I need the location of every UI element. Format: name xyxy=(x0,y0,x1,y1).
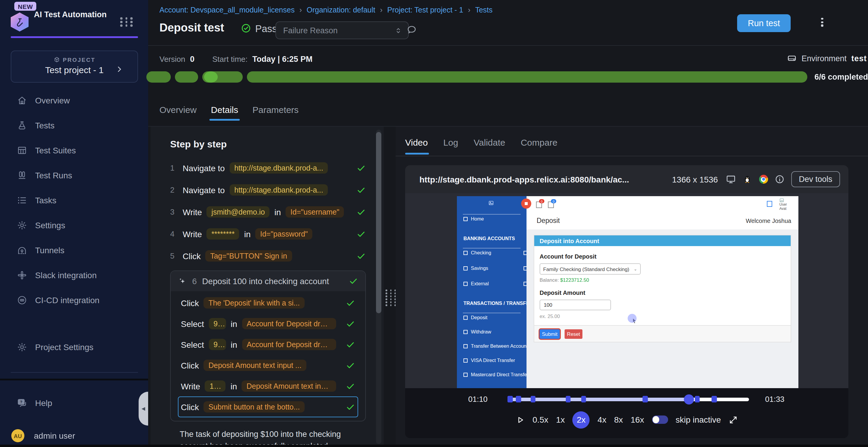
sidebar-item-test-suites[interactable]: Test Suites xyxy=(0,138,148,163)
step-row[interactable]: 2Navigate tohttp://stage.dbank.prod-a... xyxy=(170,179,366,201)
video-letterbox: HomeBANKING ACCOUNTSCheckingSavingsExter… xyxy=(405,193,848,388)
sidebar-item-tunnels[interactable]: Tunnels xyxy=(0,238,148,263)
step-row[interactable]: ClickDeposit Amount text input ... xyxy=(178,355,358,376)
bank-sidebar-item-transfer-between-accounts[interactable]: Transfer Between Accounts xyxy=(457,344,533,349)
bank-message-icon[interactable]: 0 xyxy=(548,202,554,208)
bank-sidebar-item-withdraw[interactable]: Withdraw xyxy=(457,329,533,335)
skip-inactive-toggle[interactable] xyxy=(652,415,668,424)
project-selector[interactable]: PROJECT Test project - 1 xyxy=(11,50,138,82)
comment-bubble-icon[interactable] xyxy=(406,24,417,35)
svg-text:?: ? xyxy=(20,400,22,404)
bank-notification-icon[interactable]: 0 xyxy=(536,202,542,208)
run-test-button[interactable]: Run test xyxy=(737,14,790,32)
bank-topbar-blue-icon[interactable] xyxy=(767,201,772,207)
timeline-scrubber-handle[interactable] xyxy=(684,394,694,405)
breadcrumb-item[interactable]: Project: Test project - 1 xyxy=(387,6,463,14)
chevron-updown-icon xyxy=(395,27,402,34)
dev-tools-button[interactable]: Dev tools xyxy=(791,171,840,187)
sidebar-item-project-settings[interactable]: Project Settings xyxy=(0,335,148,359)
breadcrumb-item[interactable]: Tests xyxy=(475,6,492,14)
bank-sidebar-item-external[interactable]: External xyxy=(457,281,533,286)
sidebar-item-label: Project Settings xyxy=(35,342,93,352)
failure-reason-placeholder: Failure Reason xyxy=(283,26,338,35)
bank-amount-input[interactable]: 100 xyxy=(539,300,611,310)
step-group-header[interactable]: 6Deposit 100 into checking account xyxy=(171,271,365,291)
timeline-marker[interactable] xyxy=(516,396,521,403)
video-tab-validate[interactable]: Validate xyxy=(473,137,505,154)
bank-user-avatar[interactable]: User Avat xyxy=(779,198,794,211)
bank-sidebar-item-savings[interactable]: Savings xyxy=(457,266,533,271)
sidebar-collapse-handle[interactable]: ◀ xyxy=(138,392,148,425)
timeline-marker[interactable] xyxy=(565,396,570,403)
step-row-selected[interactable]: ClickSubmit button at the botto... xyxy=(178,397,358,417)
timeline-marker[interactable] xyxy=(507,396,513,403)
timeline-marker[interactable] xyxy=(581,396,586,403)
monitor-icon xyxy=(725,174,736,184)
video-controls-strip: 01:10 01:33 0.5x1x2x4x8x16x skip inactiv… xyxy=(405,388,848,438)
info-icon[interactable] xyxy=(774,174,784,184)
bank-reset-button[interactable]: Reset xyxy=(565,329,583,339)
video-tab-video[interactable]: Video xyxy=(405,137,428,154)
timeline-marker[interactable] xyxy=(694,396,700,403)
video-timeline[interactable] xyxy=(507,398,749,401)
check-icon xyxy=(356,229,366,239)
avatar: AU xyxy=(11,429,24,442)
timeline-marker[interactable] xyxy=(712,396,717,403)
speed-4x[interactable]: 4x xyxy=(598,415,607,424)
sidebar-item-tests[interactable]: Tests xyxy=(0,113,148,138)
step-row[interactable]: ClickThe 'Deposit' link with a si... xyxy=(178,293,358,313)
bank-sidebar-item-home[interactable]: Home xyxy=(457,216,533,222)
video-tab-log[interactable]: Log xyxy=(443,137,458,154)
sidebar-item-overview[interactable]: Overview xyxy=(0,88,148,113)
speed-1x[interactable]: 1x xyxy=(556,415,565,424)
breadcrumb-item[interactable]: Account: Devspace_all_module_licenses xyxy=(159,6,294,14)
app-root: NEW AI Test Automation PROJECT Test proj… xyxy=(0,0,868,447)
step-action-text: Click xyxy=(181,298,199,308)
kebab-menu-icon[interactable] xyxy=(817,18,828,29)
apps-grid-icon[interactable] xyxy=(120,17,134,27)
square-icon xyxy=(463,344,467,348)
bank-sidebar-item-checking[interactable]: Checking xyxy=(457,250,533,255)
sidebar-item-test-runs[interactable]: Test Runs xyxy=(0,163,148,188)
time-total: 01:33 xyxy=(765,395,784,404)
sidebar-item-tasks[interactable]: Tasks xyxy=(0,188,148,213)
bank-sidebar-item-mastercard-direct-transfer[interactable]: Mastercard Direct Transfer xyxy=(457,372,533,377)
video-tab-compare[interactable]: Compare xyxy=(521,137,557,154)
play-icon[interactable] xyxy=(516,415,525,424)
bank-submit-button[interactable]: Submit xyxy=(539,329,560,339)
tab-details[interactable]: Details xyxy=(211,105,238,121)
sidebar-item-settings[interactable]: Settings xyxy=(0,213,148,238)
timeline-marker[interactable] xyxy=(530,396,535,403)
speed-0.5x[interactable]: 0.5x xyxy=(532,415,548,424)
breadcrumb-item[interactable]: Organization: default xyxy=(307,6,375,14)
step-row[interactable]: Select95inAccount for Deposit dropd... xyxy=(178,313,358,334)
sidebar-item-label: Overview xyxy=(35,96,70,105)
user-row[interactable]: AU admin user xyxy=(0,423,159,447)
step-row[interactable]: 4Write********inId="password" xyxy=(170,223,366,245)
step-row[interactable]: Select95inAccount for Deposit dropd... xyxy=(178,334,358,355)
fullscreen-icon[interactable] xyxy=(729,415,738,424)
tab-parameters[interactable]: Parameters xyxy=(252,105,299,121)
step-by-step-panel: Step by step 1Navigate tohttp://stage.db… xyxy=(151,127,384,447)
speed-8x[interactable]: 8x xyxy=(614,415,623,424)
step-row[interactable]: 1Navigate tohttp://stage.dbank.prod-a... xyxy=(170,157,366,179)
steps-scrollbar-thumb[interactable] xyxy=(376,132,381,313)
sidebar-item-slack-integration[interactable]: Slack integration xyxy=(0,263,148,288)
step-row[interactable]: 3Writejsmith@demo.ioinId="username" xyxy=(170,201,366,223)
step-row[interactable]: 5ClickTag="BUTTON" Sign in xyxy=(170,245,366,267)
step-row[interactable]: Write100inDeposit Amount text input ... xyxy=(178,376,358,397)
step-action-text: in xyxy=(274,207,281,217)
steps-scrollbar[interactable] xyxy=(376,130,381,444)
failure-reason-select[interactable]: Failure Reason xyxy=(275,22,409,39)
sidebar-item-help[interactable]: ? Help xyxy=(0,390,148,415)
progress-segment xyxy=(247,71,807,82)
speed-16x[interactable]: 16x xyxy=(631,415,644,424)
speed-2x[interactable]: 2x xyxy=(572,411,590,428)
bank-sidebar-item-visa-direct-transfer[interactable]: VISA Direct Transfer xyxy=(457,358,533,363)
select-caret-icon: ⌄ xyxy=(633,267,637,271)
bank-account-select[interactable]: Family Checking (Standard Checking) ⌄ xyxy=(539,263,641,275)
bank-sidebar-item-deposit[interactable]: Deposit xyxy=(457,315,533,320)
tab-overview[interactable]: Overview xyxy=(159,105,197,121)
sidebar-item-ci-cd-integration[interactable]: CI-CD integration xyxy=(0,288,148,313)
timeline-marker[interactable] xyxy=(643,396,648,403)
